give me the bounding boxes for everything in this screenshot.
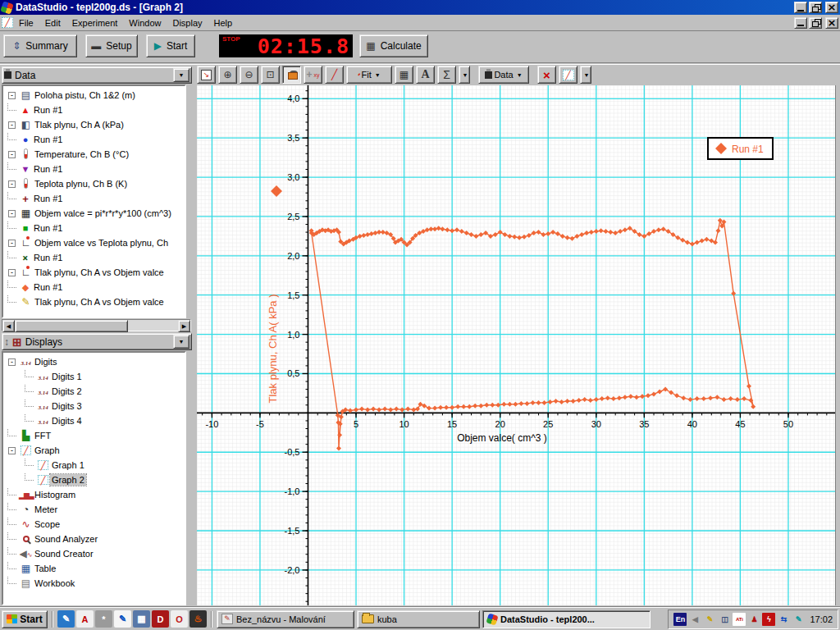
data-item[interactable]: -Temperature, Ch B (°C) [3, 147, 185, 162]
keyboard-layout-indicator[interactable]: En [673, 613, 687, 626]
display-item-table[interactable]: ▦Table [3, 561, 185, 576]
tree-expand-icon[interactable]: - [8, 121, 16, 129]
tree-expand-icon[interactable]: - [8, 210, 16, 217]
display-item-fft[interactable]: ▙FFT [3, 428, 185, 443]
settings-caret-button[interactable]: ▼ [580, 66, 591, 84]
data-dropdown-button[interactable]: Data▼ [478, 66, 529, 84]
pen-icon[interactable]: ✎ [792, 613, 805, 626]
volume-icon[interactable]: ◀ [688, 613, 701, 626]
tree-expand-icon[interactable]: - [8, 269, 16, 276]
mdi-minimize-button[interactable] [794, 17, 807, 29]
tree-expand-icon[interactable]: - [8, 358, 16, 366]
data-item[interactable]: -∟Tlak plynu, Ch A vs Objem valce [3, 265, 185, 280]
task-button-folder[interactable]: kuba [357, 610, 480, 628]
data-run-item[interactable]: ◆Run #1 [3, 280, 185, 294]
calculator-icon[interactable]: ▦ [133, 610, 150, 628]
scroll-thumb[interactable] [15, 320, 128, 332]
data-item[interactable]: -▦Objem valce = pi*r*r*y*100 (cm^3) [3, 206, 185, 221]
display-subitem[interactable]: 3.14Digits 1 [3, 369, 185, 384]
data-tree-hscrollbar[interactable]: ◀ ▶ [2, 319, 191, 331]
task-button-paint[interactable]: ✎Bez_názvu - Malování [217, 610, 354, 628]
smart-tool-button[interactable]: +xy [304, 66, 322, 84]
displays-panel-header[interactable]: ↕ ⊞ Displays ▼ [2, 333, 192, 350]
summary-button[interactable]: ⇕Summary [3, 34, 77, 57]
close-button[interactable]: × [825, 2, 838, 13]
display-subitem[interactable]: 3.14Digits 3 [3, 399, 185, 413]
messenger-icon[interactable]: ϟ [762, 613, 775, 626]
graph-settings-button[interactable]: ╱ [559, 66, 578, 84]
data-panel-header[interactable]: Data ▼ [2, 66, 192, 84]
data-run-item[interactable]: ●Run #1 [3, 132, 185, 147]
hand-icon[interactable]: * [95, 610, 112, 628]
agent-icon[interactable]: ♟ [747, 613, 760, 626]
statistics-caret-button[interactable]: ▼ [459, 66, 470, 84]
flame-icon[interactable]: ♨ [189, 610, 207, 628]
tree-expand-icon[interactable]: - [8, 92, 16, 99]
display-subitem[interactable]: 3.14Digits 4 [3, 413, 185, 428]
zoom-select-button[interactable]: ⊡ [261, 66, 280, 84]
menu-window[interactable]: Window [123, 16, 167, 30]
legend[interactable]: Run #1 [708, 138, 773, 159]
acrobat-icon[interactable]: A [76, 610, 94, 628]
start-button[interactable]: ▶Start [146, 34, 195, 57]
brush-icon[interactable]: ✎ [703, 613, 716, 626]
menu-edit[interactable]: Edit [39, 16, 66, 30]
slope-tool-button[interactable]: ╱ [325, 66, 344, 84]
minimize-button[interactable] [794, 2, 807, 13]
data-run-item[interactable]: +Run #1 [3, 191, 185, 206]
display-subitem[interactable]: 3.14Digits 2 [3, 384, 185, 399]
menu-experiment[interactable]: Experiment [66, 16, 124, 30]
display-subitem[interactable]: ╱Graph 1 [3, 458, 185, 472]
display-subitem[interactable]: ╱Graph 2 [3, 472, 185, 487]
data-run-item[interactable]: ▲Run #1 [3, 103, 185, 117]
menu-help[interactable]: Help [208, 16, 239, 30]
text-tool-button[interactable]: A [416, 66, 435, 84]
mdi-close-button[interactable]: × [825, 17, 838, 29]
editor-icon[interactable]: ✎ [57, 610, 75, 628]
dragon-icon[interactable]: D [152, 610, 169, 628]
displays-panel-dropdown-button[interactable]: ▼ [173, 335, 189, 349]
graph-canvas[interactable]: -10-55101520253035404550-2,0-1,5-1,0-0,5… [197, 85, 835, 605]
data-panel-dropdown-button[interactable]: ▼ [173, 68, 189, 82]
display-item-sound-analyzer[interactable]: Sound Analyzer [3, 532, 185, 546]
scroll-right-button[interactable]: ▶ [178, 320, 190, 332]
tree-expand-icon[interactable]: - [8, 151, 16, 158]
fit-dropdown-button[interactable]: ∙∙∙Fit▼ [346, 66, 392, 84]
statistics-button[interactable]: Σ [437, 66, 456, 84]
data-item[interactable]: -▤Poloha pistu, Ch 1&2 (m) [3, 88, 185, 103]
restore-button[interactable] [809, 2, 822, 13]
delete-button[interactable]: × [537, 66, 556, 84]
data-item[interactable]: -∟Objem valce vs Teplota plynu, Ch [3, 235, 185, 250]
display-item-digits[interactable]: -3.14Digits [3, 354, 185, 369]
data-item[interactable]: -Teplota plynu, Ch B (K) [3, 176, 185, 191]
data-run-item[interactable]: ▼Run #1 [3, 162, 185, 176]
start-menu-button[interactable]: Start [2, 610, 48, 628]
scheduler-icon[interactable]: ◫ [718, 613, 731, 626]
menu-file[interactable]: File [13, 16, 39, 30]
display-item-histogram[interactable]: ▂▆▃Histogram [3, 487, 185, 502]
data-run-item[interactable]: ■Run #1 [3, 221, 185, 235]
lock-axes-button[interactable] [282, 66, 301, 84]
display-item-meter[interactable]: ◔Meter [3, 502, 185, 517]
display-item-workbook[interactable]: ▤Workbook [3, 576, 185, 591]
data-run-item[interactable]: +Run #1 [3, 250, 185, 265]
data-item[interactable]: -◧Tlak plynu, Ch A (kPa) [3, 117, 185, 132]
mdi-restore-button[interactable] [809, 17, 822, 29]
tree-expand-icon[interactable]: - [8, 180, 16, 188]
opera-icon[interactable]: O [171, 610, 188, 628]
display-item-scope[interactable]: ∿Scope [3, 517, 185, 532]
display-item-sound-creator[interactable]: ◀∿Sound Creator [3, 546, 185, 561]
scale-to-fit-button[interactable]: ↘ [197, 66, 216, 84]
zoom-out-button[interactable]: ⊖ [240, 66, 258, 84]
task-button-datastudio[interactable]: DataStudio - tepl200... [482, 610, 651, 628]
tree-expand-icon[interactable]: - [8, 447, 16, 454]
ati-icon[interactable]: ATi [733, 613, 746, 626]
setup-button[interactable]: ▬Setup [85, 34, 138, 57]
graph-plot-area[interactable]: -10-55101520253035404550-2,0-1,5-1,0-0,5… [197, 85, 835, 605]
tree-expand-icon[interactable]: - [8, 240, 16, 247]
data-item[interactable]: ✎Tlak plynu, Ch A vs Objem valce [3, 294, 185, 309]
menu-display[interactable]: Display [167, 16, 208, 30]
calculate-button[interactable]: ▦Calculate [359, 34, 428, 57]
scroll-left-button[interactable]: ◀ [2, 320, 15, 332]
display-item-graph[interactable]: -╱Graph [3, 443, 185, 458]
